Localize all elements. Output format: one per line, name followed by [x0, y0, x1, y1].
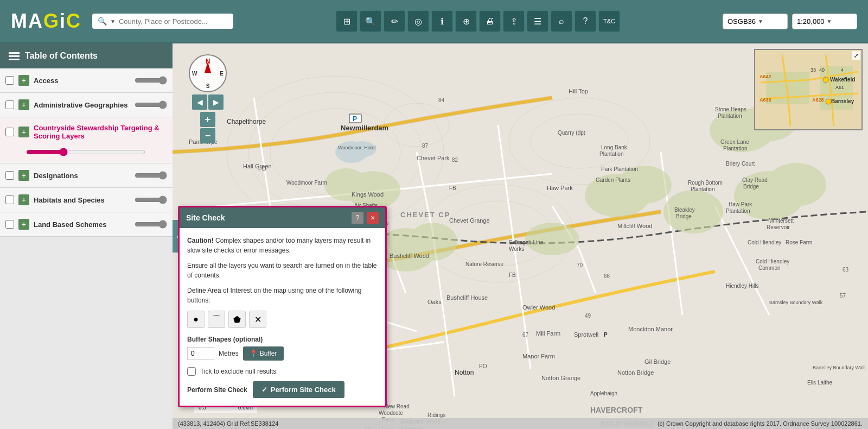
locate-tool-btn[interactable]: ◎: [407, 10, 429, 32]
svg-text:49: 49: [585, 313, 591, 319]
mini-map-expand-btn[interactable]: ⤢: [852, 51, 860, 60]
help-tool-btn[interactable]: ?: [575, 10, 596, 32]
svg-point-22: [663, 190, 723, 234]
layer-countryside-expand[interactable]: +: [18, 127, 29, 137]
exclude-label: Tick to exclude null results: [200, 368, 276, 375]
svg-text:Mill Farm: Mill Farm: [536, 330, 560, 337]
svg-point-27: [335, 141, 368, 163]
layer-land-based-slider[interactable]: [135, 220, 167, 229]
layer-countryside-slider-row: [0, 147, 173, 163]
svg-text:63: 63: [843, 267, 849, 273]
layer-habitats-slider[interactable]: [135, 195, 167, 204]
exclude-null-checkbox[interactable]: [187, 367, 196, 376]
print-tool-btn[interactable]: 🖨: [479, 10, 501, 32]
svg-text:70: 70: [577, 262, 583, 268]
coord-system-selector[interactable]: OSGB36 ▼: [723, 14, 788, 29]
help-icon: ?: [583, 16, 588, 26]
toc-title: Table of Contents: [25, 51, 98, 61]
svg-text:87: 87: [422, 143, 429, 149]
layer-admin-expand[interactable]: +: [18, 99, 29, 110]
svg-text:A61: A61: [835, 85, 844, 90]
layer-land-based-checkbox[interactable]: [5, 220, 14, 229]
perform-site-check-btn[interactable]: ✓ Perform Site Check: [253, 381, 344, 398]
search-tool-btn[interactable]: 🔍: [360, 10, 381, 32]
site-check-title: Site Check: [186, 213, 225, 222]
layer-access-slider[interactable]: [135, 76, 167, 85]
svg-text:Chapelthorpe: Chapelthorpe: [227, 118, 266, 125]
layer-admin-slider[interactable]: [135, 100, 167, 109]
layer-countryside-row: + Countryside Stewardship Targeting & Sc…: [0, 117, 173, 147]
layer-countryside-checkbox[interactable]: [5, 128, 14, 136]
scale-selector[interactable]: 1:20,000 ▼: [792, 14, 857, 29]
svg-text:A642: A642: [760, 74, 771, 79]
layer-access-checkbox[interactable]: [5, 76, 14, 85]
layer-countryside-slider[interactable]: [26, 148, 145, 156]
svg-text:Bridge: Bridge: [743, 184, 759, 190]
svg-point-1: [270, 109, 400, 195]
search-input[interactable]: [119, 17, 227, 26]
point-draw-btn[interactable]: ●: [187, 311, 205, 328]
layer-designations-checkbox[interactable]: [5, 171, 14, 180]
svg-point-15: [409, 223, 457, 261]
dialog-help-btn[interactable]: ?: [352, 212, 363, 224]
svg-point-9: [531, 114, 628, 168]
layer-land-based-expand[interactable]: +: [18, 219, 29, 230]
dialog-close-btn[interactable]: ×: [367, 212, 379, 224]
draw-tool-btn[interactable]: ✏: [384, 10, 405, 32]
info-tool-btn[interactable]: ℹ: [431, 10, 453, 32]
dialog-caution: Caution! Complex shapes and/or too many …: [187, 236, 378, 255]
svg-text:HAVERCROFT: HAVERCROFT: [590, 406, 643, 414]
svg-text:Wakefield: Wakefield: [830, 77, 855, 83]
svg-text:Sewage: Sewage: [509, 239, 529, 245]
nav-left-btn[interactable]: ◀: [192, 94, 207, 110]
svg-text:Monckton Manor: Monckton Manor: [628, 326, 673, 332]
layer-admin-checkbox[interactable]: [5, 100, 14, 109]
svg-text:Woodcote: Woodcote: [379, 410, 403, 416]
logo-dot: G: [43, 10, 60, 32]
layer-habitats-expand[interactable]: +: [18, 194, 29, 205]
svg-text:Notton Grange: Notton Grange: [541, 375, 580, 381]
buffer-btn[interactable]: 📍 Buffer: [243, 346, 284, 361]
svg-text:67: 67: [522, 332, 529, 338]
svg-text:Hiendley Hills: Hiendley Hills: [726, 283, 759, 289]
svg-point-5: [422, 185, 574, 282]
line-draw-btn[interactable]: ⌒: [208, 311, 225, 328]
search-tool-icon: 🔍: [365, 16, 376, 27]
layers-tool-btn[interactable]: ⊞: [336, 10, 358, 32]
mini-map-inner: A642 A636 A628 Wakefield Barnsley 4 33 4…: [755, 50, 861, 129]
buffer-input[interactable]: [187, 347, 214, 360]
layer-habitats-checkbox[interactable]: [5, 195, 14, 204]
tc-tool-btn[interactable]: T&C: [598, 10, 620, 32]
map-container[interactable]: ◀: [173, 43, 868, 429]
search-dropdown-icon[interactable]: ▼: [110, 18, 116, 24]
layer-designations-slider[interactable]: [135, 171, 167, 180]
perform-check-row: Perform Site Check ✓ Perform Site Check: [187, 381, 378, 398]
svg-text:Cold Hiendley: Cold Hiendley: [748, 239, 781, 245]
search-icon: 🔍: [98, 17, 107, 26]
perform-label: Perform Site Check: [187, 386, 247, 394]
svg-text:Plantation: Plantation: [691, 186, 714, 192]
nav-right-btn[interactable]: ▶: [208, 94, 224, 110]
layer-access-expand[interactable]: +: [18, 75, 29, 86]
clear-draw-btn[interactable]: ✕: [249, 311, 266, 328]
buffer-label: Buffer Shapes (optional): [187, 336, 378, 343]
svg-text:Hill Top: Hill Top: [569, 88, 588, 94]
svg-point-16: [346, 171, 400, 209]
svg-text:New Road: New Road: [384, 403, 410, 409]
svg-text:Plantation: Plantation: [599, 151, 623, 157]
logo: MAGiC: [11, 10, 81, 33]
share-tool-btn[interactable]: ⇪: [503, 10, 525, 32]
draw-icon: ✏: [391, 16, 398, 27]
polygon-draw-btn[interactable]: ⬟: [228, 311, 246, 328]
compass[interactable]: N S E W: [189, 54, 227, 92]
list-tool-btn[interactable]: ☰: [527, 10, 548, 32]
layer-designations-expand[interactable]: +: [18, 170, 29, 181]
compass-arrow: [205, 62, 211, 73]
zoom-out-btn[interactable]: −: [200, 128, 215, 143]
svg-point-2: [248, 92, 422, 212]
measure-tool-btn[interactable]: ⊕: [455, 10, 477, 32]
zoom-in-btn[interactable]: +: [200, 112, 215, 127]
find-tool-btn[interactable]: ⌕: [551, 10, 572, 32]
svg-rect-47: [349, 114, 361, 123]
svg-text:84: 84: [438, 97, 445, 103]
